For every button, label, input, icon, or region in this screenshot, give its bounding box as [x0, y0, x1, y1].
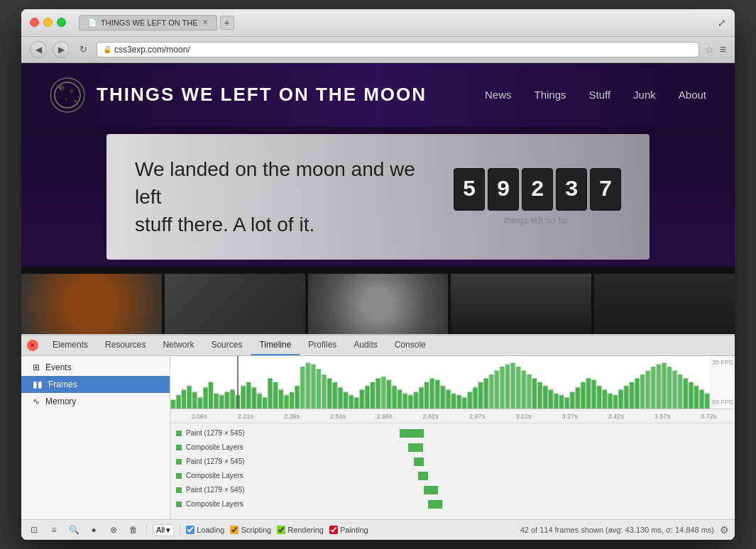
rendering-checkbox[interactable] [277, 526, 285, 534]
capture-icon[interactable]: ⊡ [27, 523, 41, 537]
painting-checkbox-item[interactable]: Painting [329, 526, 368, 534]
devtools-body: ⊞ Events ▮▮ Frames ∿ Memory [21, 356, 735, 519]
panel-events[interactable]: ⊞ Events [21, 359, 170, 376]
separator-1 [146, 524, 147, 536]
moon-icon [50, 77, 85, 113]
panel-memory[interactable]: ∿ Memory [21, 393, 170, 410]
time-labels-row: 2.06s 2.21s 2.36s 2.51s 2.66s 2.82s 2.97… [173, 413, 735, 420]
record-label-3: Paint (1279 × 545) [186, 458, 245, 465]
tab-timeline[interactable]: Timeline [251, 336, 300, 355]
new-tab-button[interactable]: + [220, 16, 234, 30]
thumb-3[interactable] [308, 274, 449, 334]
frames-chart: 30 FPS 60 FPS [170, 356, 735, 409]
bookmark-icon[interactable]: ☆ [705, 44, 714, 55]
close-button[interactable] [30, 18, 39, 27]
back-button[interactable]: ◀ [30, 41, 47, 58]
svg-point-2 [70, 89, 74, 93]
browser-window: 📄 THINGS WE LEFT ON THE ✕ + ⤢ ◀ ▶ ↻ 🔒 cs… [21, 9, 735, 540]
time-label-10: 3.42s [593, 413, 639, 420]
clear-icon[interactable]: ⊗ [106, 523, 121, 537]
expand-icon[interactable]: ⤢ [718, 17, 726, 28]
minimize-button[interactable] [43, 18, 53, 27]
time-label-3: 2.36s [269, 413, 315, 420]
scripting-checkbox-item[interactable]: Scripting [230, 526, 271, 534]
tab-bar: 📄 THINGS WE LEFT ON THE ✕ + [79, 15, 712, 30]
time-label-4: 2.51s [315, 413, 361, 420]
maximize-button[interactable] [57, 18, 66, 27]
trash-icon[interactable]: 🗑 [126, 523, 141, 537]
rendering-checkbox-item[interactable]: Rendering [277, 526, 324, 534]
nav-item-about[interactable]: About [679, 89, 706, 101]
record-bar-3 [414, 458, 424, 466]
browser-menu-icon[interactable]: ≡ [720, 43, 726, 56]
digit-1: 5 [454, 168, 485, 211]
record-row-1: Paint (1279 × 545) [170, 426, 735, 440]
browser-tab[interactable]: 📄 THINGS WE LEFT ON THE ✕ [79, 15, 217, 30]
counter-label: things left so far. [454, 215, 621, 226]
flip-counter: 5 9 2 3 7 [454, 168, 621, 211]
record-bar-1 [400, 429, 424, 438]
record-dot-4 [176, 473, 182, 479]
events-label: Events [45, 362, 72, 372]
record-row-2: Composite Layers [170, 440, 735, 455]
tab-close-icon[interactable]: ✕ [202, 18, 208, 26]
events-icon: ⊞ [33, 362, 40, 372]
loading-checkbox[interactable] [186, 526, 195, 534]
url-field[interactable]: 🔒 css3exp.com/moon/ [97, 42, 699, 57]
site-logo: THINGS WE LEFT ON THE MOON [50, 77, 427, 113]
frames-icon: ▮▮ [33, 379, 43, 389]
record-dot-6 [176, 501, 182, 507]
nav-item-news[interactable]: News [485, 89, 512, 101]
loading-checkbox-item[interactable]: Loading [186, 526, 224, 534]
settings-gear-icon[interactable]: ⚙ [720, 524, 729, 536]
filter-dropdown[interactable]: All ▾ [153, 524, 174, 536]
chevron-down-icon: ▾ [166, 526, 170, 535]
scripting-checkbox[interactable] [230, 526, 239, 534]
tab-network[interactable]: Network [154, 336, 202, 355]
timeline-records: Paint (1279 × 545) Composite Layers [170, 423, 735, 519]
painting-checkbox[interactable] [329, 526, 338, 534]
window-controls [30, 18, 66, 27]
tab-sources[interactable]: Sources [202, 336, 251, 355]
tab-elements[interactable]: Elements [44, 336, 97, 355]
svg-point-0 [55, 82, 80, 108]
tab-console[interactable]: Console [386, 336, 434, 355]
record-dot-5 [176, 487, 182, 493]
svg-point-3 [65, 98, 67, 101]
panel-frames[interactable]: ▮▮ Frames [21, 376, 170, 393]
website-content: THINGS WE LEFT ON THE MOON News Things S… [21, 63, 735, 335]
list-icon[interactable]: ≡ [47, 523, 61, 537]
counter-area: 5 9 2 3 7 things left so far. [454, 168, 621, 226]
record-bar-4 [418, 472, 428, 480]
thumb-2[interactable] [165, 274, 305, 334]
thumb-4[interactable] [451, 274, 591, 334]
tab-profiles[interactable]: Profiles [300, 336, 345, 355]
tab-audits[interactable]: Audits [345, 336, 385, 355]
search-icon[interactable]: 🔍 [67, 523, 81, 537]
url-text: css3exp.com/moon/ [114, 45, 190, 55]
time-label-1: 2.06s [176, 413, 222, 420]
devtools-close-button[interactable]: ✕ [27, 340, 38, 351]
record-dot-1 [176, 431, 182, 436]
site-nav: THINGS WE LEFT ON THE MOON News Things S… [21, 63, 735, 127]
thumb-5[interactable] [594, 274, 735, 334]
record-bar-area-1 [249, 426, 735, 440]
nav-item-things[interactable]: Things [534, 89, 566, 101]
nav-item-stuff[interactable]: Stuff [589, 89, 611, 101]
refresh-button[interactable]: ↻ [75, 42, 91, 57]
devtools-panel: ✕ Elements Resources Network Sources Tim… [21, 334, 735, 540]
forward-button[interactable]: ▶ [53, 41, 70, 58]
tab-resources[interactable]: Resources [97, 336, 154, 355]
record-icon[interactable]: ● [87, 523, 101, 537]
site-hero: We landed on the moon and we left stuff … [106, 134, 650, 260]
nav-item-junk[interactable]: Junk [633, 89, 656, 101]
record-bar-area-4 [248, 469, 735, 482]
devtools-tab-bar: ✕ Elements Resources Network Sources Tim… [21, 336, 735, 356]
site-title: THINGS WE LEFT ON THE MOON [97, 84, 427, 106]
devtools-left-panel: ⊞ Events ▮▮ Frames ∿ Memory [21, 356, 170, 519]
devtools-chart-area: 30 FPS 60 FPS 2.06s 2.21s 2.36s 2.51s 2.… [170, 356, 735, 519]
record-bar-5 [424, 486, 439, 494]
fps-30-label: 30 FPS [712, 359, 733, 366]
devtools-bottom-toolbar: ⊡ ≡ 🔍 ● ⊗ 🗑 All ▾ Loading Scripting Re [21, 519, 735, 540]
thumb-1[interactable] [21, 274, 162, 334]
